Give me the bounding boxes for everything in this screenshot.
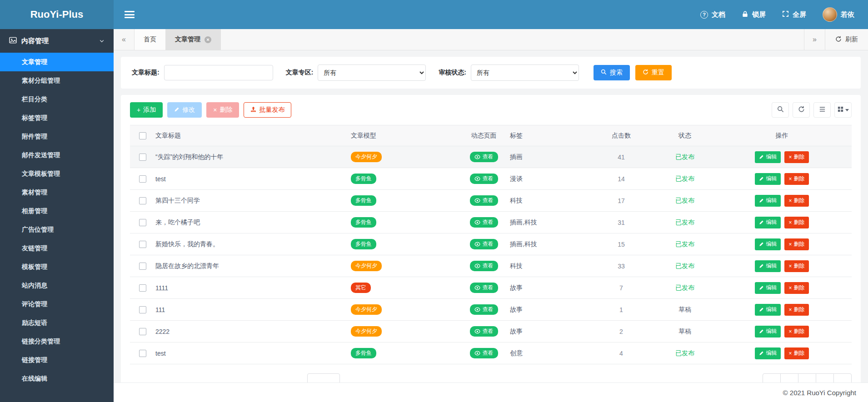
magnifier-icon [601,69,607,76]
row-edit-button[interactable]: 编辑 [755,217,781,228]
sidebar-item[interactable]: 友链管理 [0,239,114,258]
refresh-icon [643,69,649,76]
page-button[interactable] [833,373,852,382]
table-row: 1111其它查看故事7已发布编辑×删除 [130,277,852,299]
row-checkbox[interactable] [139,284,146,292]
page-size-select[interactable] [307,373,340,382]
row-delete-button[interactable]: ×删除 [784,260,808,272]
sidebar-item[interactable]: 链接管理 [0,351,114,369]
sidebar-item[interactable]: 栏目分类 [0,90,114,109]
tab[interactable]: 文章管理× [166,29,221,50]
article-title-input[interactable] [164,65,273,80]
row-edit-button[interactable]: 编辑 [755,304,781,316]
delete-button[interactable]: × 删除 [206,102,239,118]
search-button[interactable]: 搜索 [594,65,630,80]
row-delete-button[interactable]: ×删除 [784,217,808,228]
view-button[interactable]: 查看 [470,174,498,184]
row-edit-button[interactable]: 编辑 [755,195,781,207]
sidebar-item[interactable]: 素材分组管理 [0,71,114,90]
row-checkbox[interactable] [139,306,146,313]
cross-icon: × [788,176,792,182]
sidebar-item[interactable]: 标签管理 [0,109,114,127]
sidebar-item[interactable]: 文章管理 [0,53,114,71]
sidebar-item[interactable]: 励志短语 [0,313,114,332]
table-columns-button[interactable] [813,102,831,118]
table-view-toggle-button[interactable] [834,102,852,118]
batch-publish-button[interactable]: 批量发布 [244,102,291,118]
page-button[interactable] [763,373,781,382]
row-checkbox[interactable] [139,154,146,161]
page-button[interactable] [798,373,816,382]
row-edit-button[interactable]: 编辑 [755,326,781,337]
view-button[interactable]: 查看 [470,239,498,249]
tab[interactable]: 首页 [135,29,166,50]
row-delete-button[interactable]: ×删除 [784,282,808,294]
edit-button[interactable]: 修改 [167,102,202,118]
view-button[interactable]: 查看 [470,195,498,206]
add-button[interactable]: + 添加 [130,102,163,118]
sidebar-item[interactable]: 相册管理 [0,202,114,220]
app-logo[interactable]: RuoYi-Plus [0,0,114,29]
row-delete-button[interactable]: ×删除 [784,238,808,250]
view-button[interactable]: 查看 [470,304,498,315]
row-edit-button[interactable]: 编辑 [755,282,781,294]
sidebar-item[interactable]: 邮件发送管理 [0,146,114,164]
view-button[interactable]: 查看 [470,152,498,162]
row-delete-button[interactable]: ×删除 [784,151,808,163]
sidebar-item[interactable]: 站内消息 [0,276,114,295]
row-checkbox[interactable] [139,219,146,226]
sidebar-item[interactable]: 广告位管理 [0,220,114,239]
row-edit-button[interactable]: 编辑 [755,151,781,163]
sidebar-group-content-management[interactable]: 内容管理 [0,29,114,53]
sidebar-item[interactable]: 链接分类管理 [0,332,114,351]
row-delete-button[interactable]: ×删除 [784,304,808,316]
clicks-count: 7 [619,284,623,292]
fullscreen-link[interactable]: 全屏 [782,10,806,19]
row-edit-button[interactable]: 编辑 [755,238,781,250]
row-checkbox[interactable] [139,263,146,270]
view-button[interactable]: 查看 [470,217,498,228]
view-button[interactable]: 查看 [470,283,498,293]
article-zone-label: 文章专区: [286,69,314,77]
row-checkbox[interactable] [139,175,146,183]
row-delete-button[interactable]: ×删除 [784,326,808,337]
row-delete-button[interactable]: ×删除 [784,173,808,185]
refresh-tab-button[interactable]: 刷新 [825,29,868,50]
view-button[interactable]: 查看 [470,261,498,271]
sidebar-item[interactable]: 文章模板管理 [0,164,114,183]
row-delete-button[interactable]: ×删除 [784,195,808,207]
lock-screen-link[interactable]: 锁屏 [742,10,766,19]
row-edit-button[interactable]: 编辑 [755,173,781,185]
sidebar-item[interactable]: 评论管理 [0,295,114,313]
table-refresh-button[interactable] [793,102,810,118]
page-button[interactable] [816,373,834,382]
page-button[interactable] [780,373,798,382]
sidebar-item[interactable]: 模板管理 [0,258,114,276]
chevron-down-icon [99,37,105,45]
tags-text: 插画 [510,153,523,160]
row-checkbox[interactable] [139,241,146,248]
row-checkbox[interactable] [139,197,146,204]
row-checkbox[interactable] [139,350,146,357]
user-menu[interactable]: 若依 [823,7,854,22]
reset-button[interactable]: 重置 [635,65,672,80]
sidebar-item[interactable]: 在线编辑 [0,369,114,388]
view-button[interactable]: 查看 [470,326,498,337]
row-checkbox[interactable] [139,328,146,335]
table-search-button[interactable] [772,102,789,118]
tabs-scroll-right-button[interactable]: » [804,29,825,50]
sidebar-item[interactable]: 附件管理 [0,127,114,146]
article-zone-select[interactable]: 所有 [318,65,426,81]
sidebar-item[interactable]: 素材管理 [0,183,114,202]
tabs-scroll-left-button[interactable]: « [114,29,135,50]
view-button[interactable]: 查看 [470,348,498,358]
docs-link[interactable]: ? 文档 [700,10,725,19]
row-edit-button[interactable]: 编辑 [755,347,781,359]
row-delete-button[interactable]: ×删除 [784,347,808,359]
sidebar-toggle-button[interactable] [125,11,135,18]
row-edit-button[interactable]: 编辑 [755,260,781,272]
audit-status-select[interactable]: 所有 [471,65,579,81]
clicks-count: 4 [619,350,623,357]
close-icon[interactable]: × [205,36,211,43]
select-all-checkbox[interactable] [139,132,146,139]
